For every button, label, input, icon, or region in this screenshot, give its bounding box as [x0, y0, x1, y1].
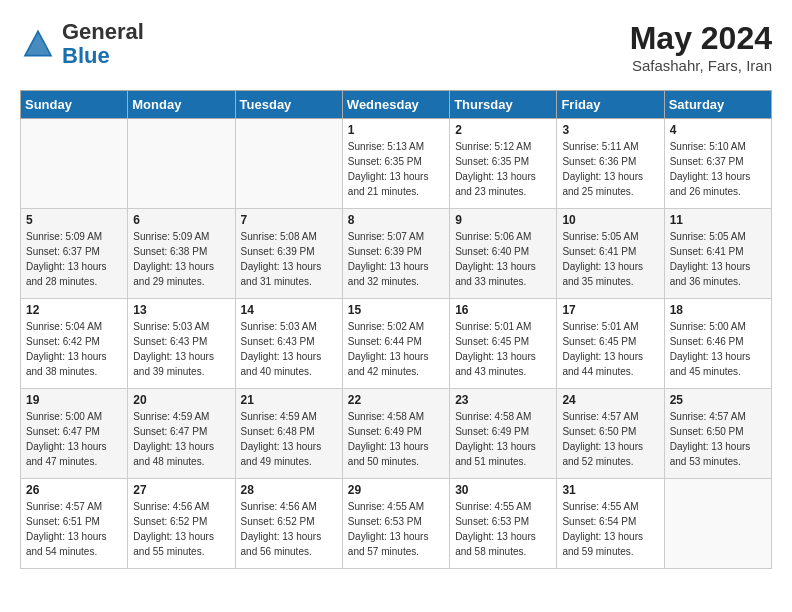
day-number: 7: [241, 213, 337, 227]
calendar-cell: 30Sunrise: 4:55 AMSunset: 6:53 PMDayligh…: [450, 479, 557, 569]
calendar-cell: 2Sunrise: 5:12 AMSunset: 6:35 PMDaylight…: [450, 119, 557, 209]
day-info: Sunrise: 5:00 AMSunset: 6:46 PMDaylight:…: [670, 319, 766, 379]
day-info: Sunrise: 5:08 AMSunset: 6:39 PMDaylight:…: [241, 229, 337, 289]
day-info: Sunrise: 5:07 AMSunset: 6:39 PMDaylight:…: [348, 229, 444, 289]
day-number: 18: [670, 303, 766, 317]
calendar-cell: 1Sunrise: 5:13 AMSunset: 6:35 PMDaylight…: [342, 119, 449, 209]
day-info: Sunrise: 5:09 AMSunset: 6:37 PMDaylight:…: [26, 229, 122, 289]
day-number: 31: [562, 483, 658, 497]
day-info: Sunrise: 5:13 AMSunset: 6:35 PMDaylight:…: [348, 139, 444, 199]
day-number: 25: [670, 393, 766, 407]
day-header: Saturday: [664, 91, 771, 119]
day-number: 21: [241, 393, 337, 407]
day-info: Sunrise: 5:01 AMSunset: 6:45 PMDaylight:…: [562, 319, 658, 379]
day-info: Sunrise: 4:58 AMSunset: 6:49 PMDaylight:…: [348, 409, 444, 469]
calendar-cell: 28Sunrise: 4:56 AMSunset: 6:52 PMDayligh…: [235, 479, 342, 569]
calendar-cell: 5Sunrise: 5:09 AMSunset: 6:37 PMDaylight…: [21, 209, 128, 299]
calendar-week-row: 26Sunrise: 4:57 AMSunset: 6:51 PMDayligh…: [21, 479, 772, 569]
calendar-cell: 13Sunrise: 5:03 AMSunset: 6:43 PMDayligh…: [128, 299, 235, 389]
day-number: 5: [26, 213, 122, 227]
day-info: Sunrise: 4:55 AMSunset: 6:53 PMDaylight:…: [455, 499, 551, 559]
calendar-cell: 3Sunrise: 5:11 AMSunset: 6:36 PMDaylight…: [557, 119, 664, 209]
title-block: May 2024 Safashahr, Fars, Iran: [630, 20, 772, 74]
day-info: Sunrise: 5:11 AMSunset: 6:36 PMDaylight:…: [562, 139, 658, 199]
day-info: Sunrise: 5:01 AMSunset: 6:45 PMDaylight:…: [455, 319, 551, 379]
day-number: 9: [455, 213, 551, 227]
calendar-cell: 25Sunrise: 4:57 AMSunset: 6:50 PMDayligh…: [664, 389, 771, 479]
calendar-cell: [21, 119, 128, 209]
day-info: Sunrise: 4:55 AMSunset: 6:53 PMDaylight:…: [348, 499, 444, 559]
day-number: 6: [133, 213, 229, 227]
day-header: Tuesday: [235, 91, 342, 119]
day-header: Friday: [557, 91, 664, 119]
logo: General Blue: [20, 20, 144, 68]
calendar-cell: 27Sunrise: 4:56 AMSunset: 6:52 PMDayligh…: [128, 479, 235, 569]
day-info: Sunrise: 4:57 AMSunset: 6:50 PMDaylight:…: [562, 409, 658, 469]
calendar-cell: 22Sunrise: 4:58 AMSunset: 6:49 PMDayligh…: [342, 389, 449, 479]
calendar-cell: 6Sunrise: 5:09 AMSunset: 6:38 PMDaylight…: [128, 209, 235, 299]
calendar-cell: 4Sunrise: 5:10 AMSunset: 6:37 PMDaylight…: [664, 119, 771, 209]
day-info: Sunrise: 4:59 AMSunset: 6:48 PMDaylight:…: [241, 409, 337, 469]
day-number: 15: [348, 303, 444, 317]
day-number: 20: [133, 393, 229, 407]
calendar-cell: 18Sunrise: 5:00 AMSunset: 6:46 PMDayligh…: [664, 299, 771, 389]
day-number: 19: [26, 393, 122, 407]
day-info: Sunrise: 5:09 AMSunset: 6:38 PMDaylight:…: [133, 229, 229, 289]
day-info: Sunrise: 4:58 AMSunset: 6:49 PMDaylight:…: [455, 409, 551, 469]
svg-marker-1: [26, 33, 49, 55]
day-number: 17: [562, 303, 658, 317]
calendar-cell: 31Sunrise: 4:55 AMSunset: 6:54 PMDayligh…: [557, 479, 664, 569]
day-number: 12: [26, 303, 122, 317]
day-number: 28: [241, 483, 337, 497]
calendar-table: SundayMondayTuesdayWednesdayThursdayFrid…: [20, 90, 772, 569]
calendar-cell: [128, 119, 235, 209]
day-info: Sunrise: 4:57 AMSunset: 6:50 PMDaylight:…: [670, 409, 766, 469]
day-number: 2: [455, 123, 551, 137]
day-header: Thursday: [450, 91, 557, 119]
month-year: May 2024: [630, 20, 772, 57]
calendar-cell: 9Sunrise: 5:06 AMSunset: 6:40 PMDaylight…: [450, 209, 557, 299]
calendar-cell: 16Sunrise: 5:01 AMSunset: 6:45 PMDayligh…: [450, 299, 557, 389]
day-number: 26: [26, 483, 122, 497]
calendar-cell: 10Sunrise: 5:05 AMSunset: 6:41 PMDayligh…: [557, 209, 664, 299]
calendar-cell: [235, 119, 342, 209]
calendar-cell: 23Sunrise: 4:58 AMSunset: 6:49 PMDayligh…: [450, 389, 557, 479]
calendar-cell: 29Sunrise: 4:55 AMSunset: 6:53 PMDayligh…: [342, 479, 449, 569]
day-number: 27: [133, 483, 229, 497]
day-number: 10: [562, 213, 658, 227]
header-row: SundayMondayTuesdayWednesdayThursdayFrid…: [21, 91, 772, 119]
day-info: Sunrise: 5:06 AMSunset: 6:40 PMDaylight:…: [455, 229, 551, 289]
day-info: Sunrise: 4:56 AMSunset: 6:52 PMDaylight:…: [241, 499, 337, 559]
day-info: Sunrise: 5:12 AMSunset: 6:35 PMDaylight:…: [455, 139, 551, 199]
calendar-cell: 15Sunrise: 5:02 AMSunset: 6:44 PMDayligh…: [342, 299, 449, 389]
calendar-cell: 11Sunrise: 5:05 AMSunset: 6:41 PMDayligh…: [664, 209, 771, 299]
calendar-cell: 21Sunrise: 4:59 AMSunset: 6:48 PMDayligh…: [235, 389, 342, 479]
calendar-week-row: 5Sunrise: 5:09 AMSunset: 6:37 PMDaylight…: [21, 209, 772, 299]
day-info: Sunrise: 4:59 AMSunset: 6:47 PMDaylight:…: [133, 409, 229, 469]
day-header: Sunday: [21, 91, 128, 119]
calendar-cell: 8Sunrise: 5:07 AMSunset: 6:39 PMDaylight…: [342, 209, 449, 299]
day-number: 23: [455, 393, 551, 407]
calendar-week-row: 19Sunrise: 5:00 AMSunset: 6:47 PMDayligh…: [21, 389, 772, 479]
location: Safashahr, Fars, Iran: [630, 57, 772, 74]
calendar-week-row: 12Sunrise: 5:04 AMSunset: 6:42 PMDayligh…: [21, 299, 772, 389]
calendar-cell: 24Sunrise: 4:57 AMSunset: 6:50 PMDayligh…: [557, 389, 664, 479]
calendar-cell: 26Sunrise: 4:57 AMSunset: 6:51 PMDayligh…: [21, 479, 128, 569]
day-info: Sunrise: 4:55 AMSunset: 6:54 PMDaylight:…: [562, 499, 658, 559]
day-info: Sunrise: 5:02 AMSunset: 6:44 PMDaylight:…: [348, 319, 444, 379]
calendar-cell: 19Sunrise: 5:00 AMSunset: 6:47 PMDayligh…: [21, 389, 128, 479]
day-number: 29: [348, 483, 444, 497]
day-number: 1: [348, 123, 444, 137]
calendar-cell: 14Sunrise: 5:03 AMSunset: 6:43 PMDayligh…: [235, 299, 342, 389]
day-header: Wednesday: [342, 91, 449, 119]
day-info: Sunrise: 5:00 AMSunset: 6:47 PMDaylight:…: [26, 409, 122, 469]
calendar-cell: [664, 479, 771, 569]
day-number: 30: [455, 483, 551, 497]
day-number: 24: [562, 393, 658, 407]
calendar-cell: 7Sunrise: 5:08 AMSunset: 6:39 PMDaylight…: [235, 209, 342, 299]
day-info: Sunrise: 4:56 AMSunset: 6:52 PMDaylight:…: [133, 499, 229, 559]
day-number: 4: [670, 123, 766, 137]
day-info: Sunrise: 5:03 AMSunset: 6:43 PMDaylight:…: [241, 319, 337, 379]
logo-icon: [20, 26, 56, 62]
day-header: Monday: [128, 91, 235, 119]
